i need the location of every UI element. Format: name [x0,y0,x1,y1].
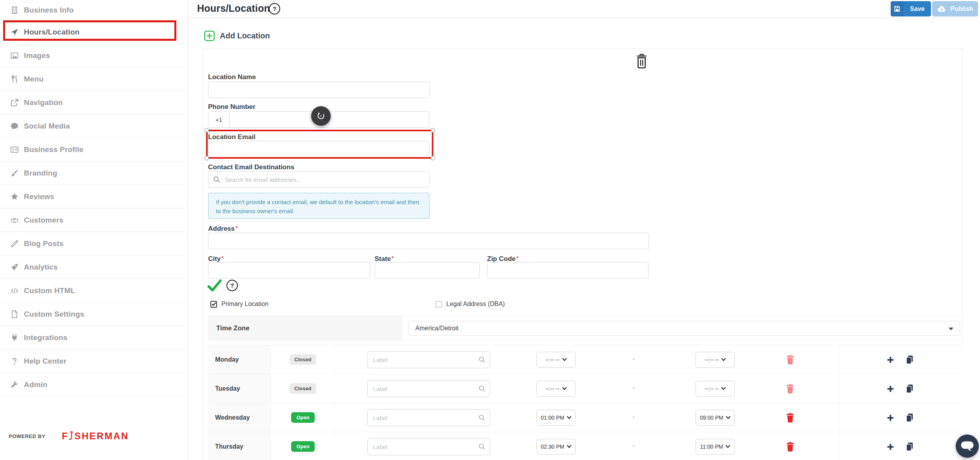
plug-icon [10,333,19,342]
address-help-icon[interactable]: ? [226,280,238,291]
sidebar-item-hours-location[interactable]: Hours/Location [0,20,188,44]
sidebar-item-label: Integrations [24,333,67,342]
sidebar-item-navigation[interactable]: Navigation [0,91,188,114]
help-icon[interactable]: ? [269,3,280,14]
sidebar-item-reviews[interactable]: Reviews [0,185,188,208]
hours-label-input[interactable] [367,438,490,455]
sidebar-item-custom-settings[interactable]: Custom Settings [0,302,188,326]
copy-hours-icon[interactable] [906,384,914,393]
address-valid-check-icon [207,279,222,292]
sidebar-item-menu[interactable]: Menu [0,67,188,91]
phone-number-label: Phone Number [208,103,255,111]
state-input[interactable] [375,262,480,279]
location-email-input[interactable] [208,141,429,158]
sidebar-item-label: Hours/Location [24,28,80,36]
delete-hours-icon[interactable] [786,442,794,452]
open-time-select[interactable]: 01:00 PM [536,410,576,426]
status-badge[interactable]: Closed [290,383,316,394]
open-time-select[interactable]: --:-- -- [536,352,576,368]
hours-row-wednesday: Wednesday Open 01:00 PM - 09:00 PM [208,403,963,432]
checkmark-icon [212,302,216,306]
add-hours-icon[interactable] [886,356,895,364]
rocket-icon [10,263,19,272]
chevron-down-icon [721,387,726,390]
contact-email-search [208,171,429,188]
powered-by: POWERED BY FSHERMAN [9,431,129,441]
search-icon [478,414,485,421]
resize-handle[interactable] [205,128,209,132]
sidebar-item-admin[interactable]: Admin [0,373,188,397]
fisherman-logo: FSHERMAN [62,431,129,441]
legal-address-checkbox[interactable] [435,301,442,308]
refresh-button[interactable] [311,106,331,126]
chevron-down-icon [562,387,567,390]
chevron-down-icon [726,445,730,448]
sidebar-item-label: Navigation [24,98,63,107]
add-location-button[interactable]: Add Location [204,31,270,41]
location-name-input[interactable] [208,81,429,98]
page-header: Hours/Location ? Save Publish [188,0,980,18]
file-icon [10,310,19,319]
add-hours-icon[interactable] [886,443,895,451]
hours-label-input[interactable] [367,351,490,368]
sidebar-item-images[interactable]: Images [0,44,188,67]
resize-handle[interactable] [431,128,435,132]
contact-email-search-input[interactable] [208,171,429,188]
close-time-select[interactable]: --:-- -- [696,352,735,368]
delete-location-icon[interactable] [635,53,648,69]
sidebar-item-label: Help Center [24,357,67,366]
add-hours-icon[interactable] [886,385,895,393]
pencil-icon [10,239,19,248]
copy-hours-icon[interactable] [906,413,914,422]
primary-location-checkbox[interactable] [210,301,217,308]
city-input[interactable] [208,262,370,279]
delete-hours-icon[interactable] [786,413,794,423]
help-glyph: ? [273,5,276,12]
sidebar-item-business-profile[interactable]: Business Profile [0,138,188,161]
status-badge[interactable]: Open [291,441,314,452]
sidebar-item-label: Analytics [24,263,58,272]
save-button[interactable]: Save [891,1,931,16]
timezone-select[interactable]: America/Detroit [408,321,960,336]
sidebar-item-label: Images [24,51,50,60]
column-divider [839,345,839,374]
publish-button[interactable]: Publish [932,1,978,16]
time-separator: - [630,413,637,420]
close-time-select[interactable]: 11:00 PM [696,439,735,455]
sidebar-item-label: Custom Settings [24,310,84,319]
location-card: Location Name Phone Number +1 Location E… [203,48,962,460]
sidebar-item-integrations[interactable]: Integrations [0,326,188,350]
sidebar-item-business-info[interactable]: Business Info [0,0,188,20]
wrench-icon [10,380,19,389]
sidebar-item-custom-html[interactable]: Custom HTML [0,279,188,302]
zip-code-input[interactable] [487,262,649,279]
sidebar-item-social-media[interactable]: Social Media [0,114,188,138]
add-plus-icon [204,31,215,41]
sidebar-item-label: Blog Posts [24,239,63,248]
hours-label-input[interactable] [367,409,490,426]
sidebar-item-analytics[interactable]: Analytics [0,255,188,279]
city-label: City* [208,255,223,263]
status-badge[interactable]: Open [291,412,314,423]
close-time-select[interactable]: --:-- -- [696,381,735,397]
open-time-select[interactable]: 02:30 PM [536,439,576,455]
sidebar-item-blog-posts[interactable]: Blog Posts [0,232,188,255]
sidebar-item-branding[interactable]: Branding [0,161,188,185]
address-input[interactable] [208,233,649,249]
chat-bubble-icon [960,441,974,452]
close-time-select[interactable]: 09:00 PM [696,410,735,426]
open-time-select[interactable]: --:-- -- [536,381,576,397]
sidebar-item-customers[interactable]: Customers [0,208,188,232]
phone-country-code[interactable]: +1 [208,111,230,128]
sidebar-item-help-center[interactable]: Help Center [0,350,188,373]
question-icon [10,357,19,366]
copy-hours-icon[interactable] [906,442,914,451]
copy-hours-icon[interactable] [906,355,914,364]
resize-handle[interactable] [431,156,435,160]
chat-button[interactable] [956,435,979,458]
status-badge[interactable]: Closed [290,354,316,365]
hours-label-input[interactable] [367,380,490,397]
delete-hours-icon[interactable] [786,384,794,394]
delete-hours-icon[interactable] [786,355,794,365]
add-hours-icon[interactable] [886,414,895,422]
